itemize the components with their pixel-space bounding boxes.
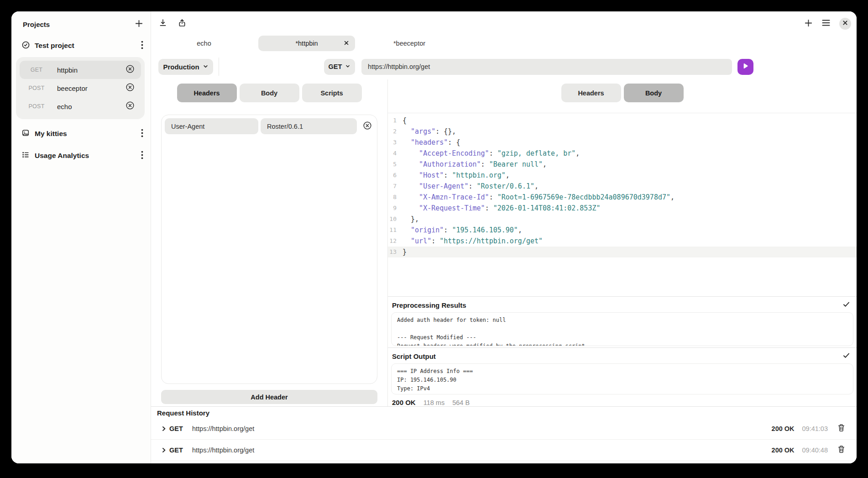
close-tab-button[interactable] [344,40,349,47]
request-headers-editor [161,115,377,384]
header-value-input[interactable] [261,118,357,134]
history-url: https://httpbin.org/get [192,425,254,432]
history-row[interactable]: GEThttps://httpbin.org/get200 OK09:40:48 [151,440,857,461]
history-time: 09:40:48 [802,446,828,454]
request-history: Request History GEThttps://httpbin.org/g… [151,406,857,463]
status-size: 564 B [452,399,470,406]
document-tab-httpbin[interactable]: *httpbin [258,36,355,51]
tab-label: *httpbin [295,40,318,47]
sidebar-item-usage-analytics[interactable]: Usage Analytics [11,145,151,167]
environment-label: Production [163,63,199,71]
remove-request-button[interactable] [125,64,135,75]
code-text: "X-Amzn-Trace-Id": "Root=1-6967569e-78ec… [403,192,675,203]
project-name: Test project [35,42,74,50]
code-text: "Authorization": "Bearer null", [403,159,547,170]
delete-history-button[interactable] [837,445,845,455]
plus-icon [135,19,143,29]
sidebar: Projects Test project GEThttpbinPOSTbeec… [11,11,151,463]
method-label: GET [329,63,342,70]
add-project-button[interactable] [135,19,143,29]
environment-dropdown[interactable]: Production [158,59,213,75]
history-row[interactable]: GEThttps://httpbin.org/get200 OK09:41:03 [151,418,857,440]
import-button[interactable] [158,18,167,29]
app-menu-button[interactable] [821,19,831,28]
sidebar-request-beeceptor[interactable]: POSTbeeceptor [20,79,141,97]
code-line: 10 }, [388,214,857,225]
list-icon [21,151,30,161]
project-group-header[interactable]: Test project [11,35,151,55]
request-method-label: POST [22,85,51,91]
url-input[interactable] [361,59,732,75]
project-menu-button[interactable] [141,41,143,51]
code-line: 9 "X-Request-Time": "2026-01-14T08:41:02… [388,203,857,214]
remove-request-button[interactable] [125,83,135,94]
history-time: 09:41:03 [802,425,828,432]
log-line: IP: 195.146.105.90 [397,376,847,384]
request-panel: HeadersBodyScripts Add Header [151,79,387,406]
sidebar-request-echo[interactable]: POSTecho [20,97,141,116]
expand-chevron-icon[interactable] [161,447,167,453]
line-number: 6 [388,170,397,181]
response-tab-headers[interactable]: Headers [561,84,621,102]
request-tab-headers[interactable]: Headers [177,84,237,102]
line-number: 2 [388,126,397,137]
line-number: 1 [388,115,397,126]
request-name-label: beeceptor [57,84,125,92]
download-icon [158,18,167,29]
code-line: 13} [388,247,857,257]
plus-icon [804,19,813,29]
header-row [165,118,374,134]
line-number: 11 [388,225,397,236]
line-number: 4 [388,148,397,159]
log-line: Location: Amsterdam, Netherlands [397,393,847,394]
preprocessing-output[interactable]: Added auth header for token: null --- Re… [391,312,853,346]
my-kitties-menu-button[interactable] [141,129,143,139]
response-tab-body[interactable]: Body [624,84,684,102]
code-text: "Accept-Encoding": "gzip, deflate, br", [403,148,580,159]
project-request-list: GEThttpbinPOSTbeeceptorPOSTecho [16,57,145,119]
code-line: 5 "Authorization": "Bearer null", [388,159,857,170]
line-number: 7 [388,181,397,192]
delete-history-button[interactable] [837,424,845,434]
document-tab-beeceptor[interactable]: *beeceptor [361,36,458,51]
status-latency: 118 ms [424,399,444,406]
remove-request-button[interactable] [125,101,135,112]
line-number: 3 [388,137,397,148]
check-icon [842,352,850,361]
request-method-label: GET [22,67,51,73]
export-button[interactable] [178,18,187,29]
send-request-button[interactable] [737,59,753,75]
close-window-button[interactable] [839,18,851,30]
remove-header-button[interactable] [363,121,372,132]
script-output-section: Script Output === IP Address Info ===IP:… [388,347,857,396]
code-line: 8 "X-Amzn-Trace-Id": "Root=1-6967569e-78… [388,192,857,203]
log-line: Added auth header for token: null [397,316,847,325]
sidebar-item-my-kitties[interactable]: My kitties [11,123,151,145]
history-status: 200 OK [772,446,795,454]
response-panel-tabs: HeadersBody [388,84,857,102]
new-request-button[interactable] [804,19,813,29]
request-tab-body[interactable]: Body [240,84,299,102]
request-name-label: httpbin [57,66,125,74]
response-body-viewer[interactable]: 1{2 "args": {},3 "headers": {4 "Accept-E… [388,113,857,296]
code-text: "Host": "httpbin.org", [403,170,510,181]
code-line: 6 "Host": "httpbin.org", [388,170,857,181]
sidebar-request-httpbin[interactable]: GEThttpbin [20,61,141,79]
usage-analytics-menu-button[interactable] [141,151,143,161]
document-tab-echo[interactable]: echo [156,36,252,51]
script-output[interactable]: === IP Address Info ===IP: 195.146.105.9… [391,363,853,394]
line-number: 8 [388,192,397,203]
header-key-input[interactable] [165,118,258,134]
code-text: { [403,115,407,126]
request-bar: Production GET [151,54,857,79]
code-line: 12 "url": "https://httpbin.org/get" [388,236,857,247]
response-status-bar: 200 OK 118 ms 564 B [388,396,857,406]
expand-chevron-icon[interactable] [161,425,167,432]
request-tab-scripts[interactable]: Scripts [302,84,362,102]
close-icon [842,20,848,27]
method-dropdown[interactable]: GET [324,59,355,75]
add-header-button[interactable]: Add Header [161,390,377,404]
code-text: "User-Agent": "Roster/0.6.1", [403,181,539,192]
panels: HeadersBodyScripts Add Header HeadersBod… [151,79,857,406]
line-number: 12 [388,236,397,247]
